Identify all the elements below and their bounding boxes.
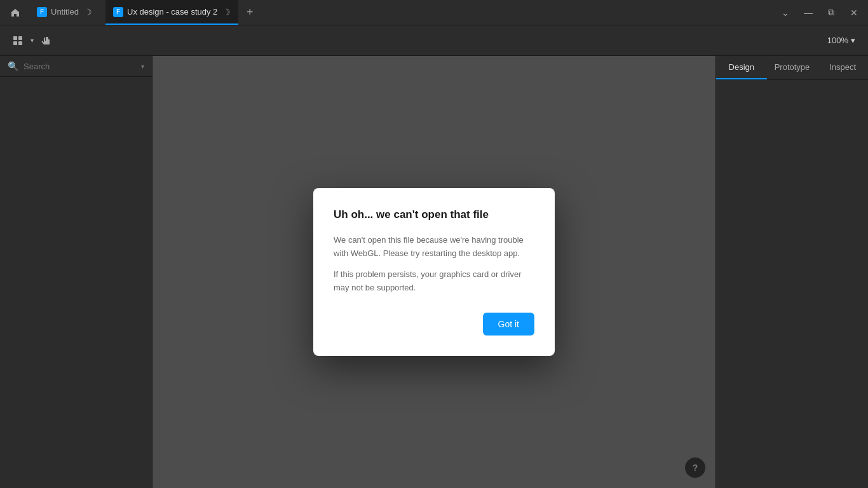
tab-figma-icon: F: [37, 7, 47, 17]
tab-untitled-label: Untitled: [51, 7, 79, 17]
moon-icon: ☽: [84, 7, 92, 17]
search-input[interactable]: [24, 62, 136, 71]
tab-untitled[interactable]: F Untitled ☽: [29, 0, 105, 25]
add-tab-button[interactable]: +: [241, 4, 259, 22]
chevron-down-button[interactable]: ⌄: [776, 4, 794, 22]
window-controls: ⌄ — ⧉ ✕: [776, 4, 863, 22]
toolbar: ▾ 100% ▾: [0, 25, 868, 56]
canvas-area[interactable]: Uh oh... we can't open that file We can'…: [153, 56, 715, 488]
tab-figma-icon-2: F: [113, 7, 123, 17]
zoom-indicator[interactable]: 100% ▾: [822, 33, 860, 48]
tabs-container: F Untitled ☽ F Ux design - case study 2 …: [29, 0, 776, 25]
got-it-button[interactable]: Got it: [483, 313, 534, 336]
right-panel: Design Prototype Inspect: [715, 56, 868, 488]
modal-overlay: Uh oh... we can't open that file We can'…: [153, 56, 715, 488]
restore-button[interactable]: ⧉: [822, 4, 840, 22]
main-layout: 🔍 ▾ Uh oh... we can't open that file We …: [0, 56, 868, 488]
zoom-label: 100%: [827, 36, 848, 45]
modal-body-line2: If this problem persists, your graphics …: [334, 268, 534, 295]
svg-rect-3: [18, 41, 22, 45]
grid-tool-button[interactable]: [8, 30, 28, 51]
grid-tool-chevron[interactable]: ▾: [31, 37, 34, 44]
inspect-tab[interactable]: Inspect: [817, 56, 868, 79]
minimize-button[interactable]: —: [799, 4, 817, 22]
svg-rect-0: [13, 36, 17, 40]
modal-body-line1: We can't open this file because we're ha…: [334, 234, 534, 261]
hand-tool-button[interactable]: [36, 30, 57, 51]
svg-rect-2: [13, 41, 17, 45]
search-bar: 🔍 ▾: [0, 56, 152, 77]
tab-ux-design[interactable]: F Ux design - case study 2 ☽: [105, 0, 238, 25]
close-button[interactable]: ✕: [845, 4, 863, 22]
search-icon: 🔍: [8, 61, 18, 71]
modal-body: We can't open this file because we're ha…: [334, 234, 534, 294]
error-modal: Uh oh... we can't open that file We can'…: [313, 188, 555, 355]
home-button[interactable]: [5, 3, 25, 23]
svg-rect-1: [18, 36, 22, 40]
modal-title: Uh oh... we can't open that file: [334, 208, 534, 221]
prototype-tab[interactable]: Prototype: [767, 56, 818, 79]
right-panel-tabs: Design Prototype Inspect: [716, 56, 868, 80]
moon-icon-2: ☽: [222, 7, 231, 17]
zoom-chevron-icon: ▾: [851, 36, 855, 45]
design-tab[interactable]: Design: [716, 56, 767, 79]
panel-chevron-icon[interactable]: ▾: [141, 63, 144, 70]
left-panel-content: [0, 77, 152, 488]
tool-group-left: ▾: [8, 30, 57, 51]
modal-footer: Got it: [334, 313, 534, 336]
titlebar: F Untitled ☽ F Ux design - case study 2 …: [0, 0, 868, 25]
left-panel: 🔍 ▾: [0, 56, 153, 488]
tab-ux-design-label: Ux design - case study 2: [127, 7, 217, 17]
